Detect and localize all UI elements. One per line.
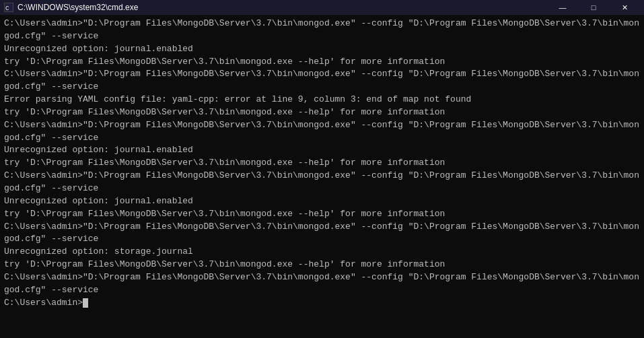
console-line: Error parsing YAML config file: yaml-cpp… (4, 94, 640, 106)
window-title: C:\WINDOWS\system32\cmd.exe (17, 3, 138, 12)
console-line: C:\Users\admin>"D:\Program Files\MongoDB… (4, 68, 640, 94)
cursor (83, 298, 88, 308)
console-output: C:\Users\admin>"D:\Program Files\MongoDB… (0, 15, 644, 338)
cmd-icon: C (4, 3, 13, 12)
console-line: try 'D:\Program Files\MongoDB\Server\3.7… (4, 208, 640, 221)
console-line: C:\Users\admin>"D:\Program Files\MongoDB… (4, 271, 640, 297)
close-button[interactable]: ✕ (609, 0, 640, 15)
console-line: Unrecognized option: journal.enabled (4, 43, 640, 56)
console-line: C:\Users\admin>"D:\Program Files\MongoDB… (4, 18, 640, 43)
minimize-button[interactable]: — (547, 0, 578, 15)
console-line: C:\Users\admin>"D:\Program Files\MongoDB… (4, 119, 640, 145)
title-bar: C C:\WINDOWS\system32\cmd.exe — □ ✕ (0, 0, 644, 15)
console-line: C:\Users\admin>"D:\Program Files\MongoDB… (4, 170, 640, 195)
cmd-window: C C:\WINDOWS\system32\cmd.exe — □ ✕ C:\U… (0, 0, 644, 338)
maximize-button[interactable]: □ (578, 0, 609, 15)
window-controls: — □ ✕ (547, 0, 640, 15)
console-line: C:\Users\admin> (4, 297, 640, 310)
console-line: try 'D:\Program Files\MongoDB\Server\3.7… (4, 259, 640, 271)
console-line: try 'D:\Program Files\MongoDB\Server\3.7… (4, 106, 640, 119)
console-line: try 'D:\Program Files\MongoDB\Server\3.7… (4, 56, 640, 69)
console-line: try 'D:\Program Files\MongoDB\Server\3.7… (4, 157, 640, 170)
title-bar-left: C C:\WINDOWS\system32\cmd.exe (4, 3, 138, 12)
console-line: C:\Users\admin>"D:\Program Files\MongoDB… (4, 221, 640, 246)
svg-text:C: C (5, 5, 9, 11)
console-line: Unrecognized option: journal.enabled (4, 195, 640, 208)
console-line: Unrecognized option: storage.journal (4, 246, 640, 259)
console-line: Unrecognized option: journal.enabled (4, 144, 640, 157)
